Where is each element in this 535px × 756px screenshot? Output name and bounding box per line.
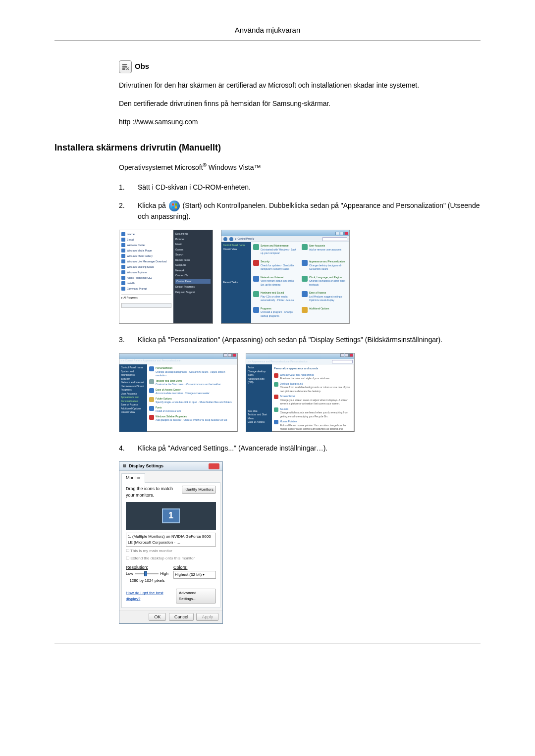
apply-button[interactable]: Apply bbox=[196, 613, 218, 621]
side-item: System and Maintenance bbox=[121, 370, 146, 377]
svg-rect-1 bbox=[175, 203, 177, 205]
side-item: Appearance and Personalization bbox=[121, 396, 146, 403]
side-item: Taskbar and Start Menu bbox=[248, 413, 270, 420]
pers-item: Folder OptionsSpecify single- or double-… bbox=[149, 397, 235, 404]
cp-category: Hardware and SoundPlay CDs or other medi… bbox=[253, 291, 299, 306]
side-item: Adjust font size (DPI) bbox=[248, 377, 270, 385]
start-item: Windows Media Player bbox=[121, 249, 171, 252]
slider-low: Low bbox=[126, 571, 133, 577]
step-1: 1. Sätt i CD-skivan i CD-ROM-enheten. bbox=[119, 182, 481, 193]
pers-item: PersonalizationChange desktop background… bbox=[149, 366, 235, 378]
cp-category: Additional Options bbox=[302, 307, 347, 322]
cp-category: Appearance and PersonalizationChange des… bbox=[302, 260, 347, 275]
start-right-item: Computer bbox=[175, 263, 211, 267]
monitor-preview-area: 1 bbox=[126, 502, 216, 530]
start-right-item: Default Programs bbox=[175, 285, 211, 289]
cp-category: SecurityCheck for updates · Check this c… bbox=[253, 260, 299, 275]
all-programs: ▸ All Programs bbox=[121, 294, 171, 300]
pers-page-item: Screen SaverChange your screen saver or … bbox=[274, 395, 352, 406]
step-text: Klicka på "Personalization" (Anpassning)… bbox=[138, 335, 481, 345]
side-item: Ease of Access bbox=[248, 420, 270, 424]
cp-category: Ease of AccessLet Windows suggest settin… bbox=[302, 291, 347, 306]
cp-category: User AccountsAdd or remove user accounts bbox=[302, 244, 347, 259]
slider-high: High bbox=[160, 571, 168, 577]
step-text-a: Klicka på bbox=[138, 202, 168, 209]
svg-rect-2 bbox=[172, 206, 174, 208]
pers-page-item: Desktop BackgroundChoose from available … bbox=[274, 382, 352, 394]
start-item: Welcome Center bbox=[121, 243, 171, 247]
side-item: Network and Internet bbox=[121, 381, 146, 385]
screenshots-step2: Internet E-mail Welcome Center Windows M… bbox=[119, 230, 481, 324]
start-item: Internet bbox=[121, 232, 171, 236]
close-icon[interactable] bbox=[209, 463, 219, 469]
step-3: 3. Klicka på "Personalization" (Anpassni… bbox=[119, 335, 481, 345]
side-item: See also bbox=[248, 409, 270, 413]
resolution-label: Resolution: bbox=[126, 564, 168, 571]
start-right-item: Connect To bbox=[175, 274, 211, 278]
step-4: 4. Klicka på "Advanced Settings..." (Ava… bbox=[119, 443, 481, 454]
start-search bbox=[121, 303, 171, 308]
start-item: Windows Explorer bbox=[121, 270, 171, 274]
breadcrumb: ▸ Control Panel ▸ bbox=[235, 237, 321, 241]
pers-item: Taskbar and Start MenuCustomize the Star… bbox=[149, 379, 235, 387]
pers-page-item: Window Color and AppearanceFine tune the… bbox=[274, 373, 352, 381]
side-item: Security bbox=[121, 377, 146, 381]
monitor-dropdown[interactable]: 1. (Multiple Monitors) on NVIDIA GeForce… bbox=[126, 533, 216, 547]
side-item: Additional Options bbox=[121, 407, 146, 411]
extend-desktop-checkbox[interactable]: ☐ Extend the desktop onto this monitor bbox=[126, 555, 216, 561]
step-number: 1. bbox=[119, 182, 138, 193]
start-menu-screenshot: Internet E-mail Welcome Center Windows M… bbox=[119, 230, 213, 324]
note-paragraph-1: Drivrutinen för den här skärmen är certi… bbox=[119, 80, 481, 91]
dialog-title: Display Settings bbox=[129, 463, 163, 470]
start-item: E-mail bbox=[121, 238, 171, 242]
step-text: Klicka på "Advanced Settings..." (Avance… bbox=[138, 443, 481, 454]
pers-item: Ease of Access CenterAccommodate low vis… bbox=[149, 388, 235, 396]
monitor-1[interactable]: 1 bbox=[162, 508, 180, 523]
tab-monitor[interactable]: Monitor bbox=[121, 473, 145, 483]
step-number: 2. bbox=[119, 201, 138, 211]
identify-monitors-button[interactable]: Identify Monitors bbox=[182, 486, 216, 494]
cp-side-title: Control Panel Home bbox=[223, 244, 250, 248]
pers-page-item: Mouse PointersPick a different mouse poi… bbox=[274, 420, 352, 432]
side-item: User Accounts bbox=[121, 392, 146, 396]
start-right-item: Pictures bbox=[175, 238, 211, 242]
cp-category: Network and InternetView network status … bbox=[253, 276, 299, 291]
note-paragraph-2: Den certifierade drivrutinen finns på he… bbox=[119, 99, 481, 109]
divider-bottom bbox=[54, 644, 481, 644]
start-item: Windows Meeting Space bbox=[121, 265, 171, 269]
personalization-page-screenshot: « ▸ Appearance and Personalization ▸ Per… bbox=[246, 353, 355, 432]
colors-dropdown[interactable]: Highest (32 bit) ▾ bbox=[173, 571, 216, 579]
main-monitor-checkbox[interactable]: ☐ This is my main monitor bbox=[126, 548, 216, 554]
screenshots-step3: « ▸ Control Panel ▸ Appearance and Perso… bbox=[119, 353, 481, 432]
start-right-item: Help and Support bbox=[175, 291, 211, 295]
ok-button[interactable]: OK bbox=[149, 613, 166, 621]
note-header: Obs bbox=[119, 60, 481, 73]
help-link[interactable]: How do I get the best display? bbox=[126, 590, 176, 602]
step-text: Sätt i CD-skivan i CD-ROM-enheten. bbox=[138, 182, 481, 193]
advanced-settings-button[interactable]: Advanced Settings... bbox=[176, 589, 216, 604]
monitor-icon: 🖥 bbox=[122, 463, 127, 470]
start-item: Adobe Photoshop CS2 bbox=[121, 276, 171, 280]
step-number: 3. bbox=[119, 335, 138, 345]
breadcrumb: « ▸ Appearance and Personalization ▸ Per… bbox=[248, 360, 308, 364]
pers-item: FontsInstall or remove a font bbox=[149, 406, 235, 413]
cancel-button[interactable]: Cancel bbox=[169, 613, 194, 621]
note-icon bbox=[119, 60, 132, 73]
pers-item: Windows Sidebar PropertiesAdd gadgets to… bbox=[149, 415, 235, 422]
control-panel-screenshot: ▸ Control Panel ▸ Control Panel Home Cla… bbox=[221, 230, 350, 324]
os-line: Operativsystemet Microsoft® Windows Vist… bbox=[119, 161, 481, 173]
os-prefix: Operativsystemet Microsoft bbox=[119, 163, 203, 171]
start-right-control-panel: Control Panel bbox=[175, 279, 211, 284]
section-title: Installera skärmens drivrutin (Manuellt) bbox=[54, 141, 481, 154]
side-item: Programs bbox=[121, 388, 146, 392]
step-text: Klicka på (Start) och Kontrollpanelen. D… bbox=[138, 201, 481, 222]
pers-page-item: SoundsChange which sounds are heard when… bbox=[274, 407, 352, 419]
cp-side-recent: Recent Tasks bbox=[223, 281, 250, 285]
start-right-item: Documents bbox=[175, 232, 211, 236]
side-item: Change desktop icons bbox=[248, 370, 270, 377]
step-number: 4. bbox=[119, 443, 138, 454]
resolution-slider[interactable]: Low High bbox=[126, 571, 168, 577]
side-item: Classic View bbox=[121, 410, 146, 414]
svg-rect-3 bbox=[175, 206, 177, 208]
os-suffix: Windows Vista™ bbox=[207, 163, 261, 171]
